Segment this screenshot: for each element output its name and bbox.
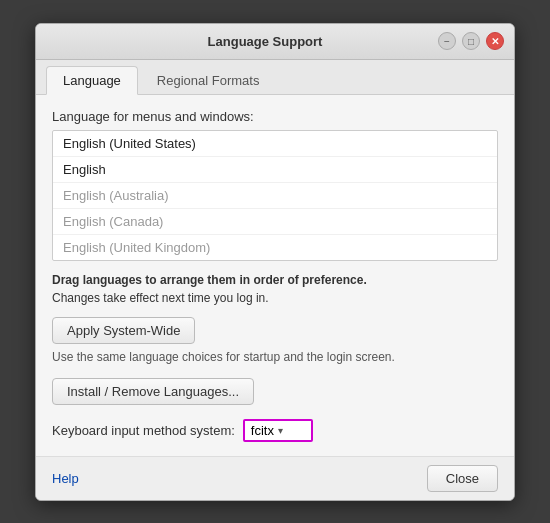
list-item[interactable]: English (Canada) xyxy=(53,209,497,235)
close-window-button[interactable]: ✕ xyxy=(486,32,504,50)
tab-regional-formats[interactable]: Regional Formats xyxy=(140,66,277,94)
keyboard-input-dropdown[interactable]: fcitx ▾ xyxy=(243,419,313,442)
use-same-hint: Use the same language choices for startu… xyxy=(52,350,498,364)
footer: Help Close xyxy=(36,456,514,500)
tab-bar: Language Regional Formats xyxy=(36,60,514,95)
list-item[interactable]: English (Australia) xyxy=(53,183,497,209)
list-item[interactable]: English (United States) xyxy=(53,131,497,157)
keyboard-input-row: Keyboard input method system: fcitx ▾ xyxy=(52,419,498,442)
language-section-header: Language for menus and windows: xyxy=(52,109,498,124)
language-list: English (United States) English English … xyxy=(52,130,498,261)
help-link[interactable]: Help xyxy=(52,471,79,486)
maximize-button[interactable]: □ xyxy=(462,32,480,50)
window-title: Language Support xyxy=(92,34,438,49)
apply-system-wide-button[interactable]: Apply System-Wide xyxy=(52,317,195,344)
tab-language[interactable]: Language xyxy=(46,66,138,95)
main-content: Language for menus and windows: English … xyxy=(36,95,514,456)
install-remove-languages-button[interactable]: Install / Remove Languages... xyxy=(52,378,254,405)
dropdown-arrow-icon: ▾ xyxy=(278,425,283,436)
titlebar-controls: − □ ✕ xyxy=(438,32,504,50)
minimize-button[interactable]: − xyxy=(438,32,456,50)
list-item[interactable]: English (United Kingdom) xyxy=(53,235,497,260)
keyboard-input-value: fcitx xyxy=(251,423,274,438)
language-support-window: Language Support − □ ✕ Language Regional… xyxy=(35,23,515,501)
close-button[interactable]: Close xyxy=(427,465,498,492)
titlebar: Language Support − □ ✕ xyxy=(36,24,514,60)
list-item[interactable]: English xyxy=(53,157,497,183)
keyboard-input-label: Keyboard input method system: xyxy=(52,423,235,438)
drag-hint: Drag languages to arrange them in order … xyxy=(52,271,498,307)
